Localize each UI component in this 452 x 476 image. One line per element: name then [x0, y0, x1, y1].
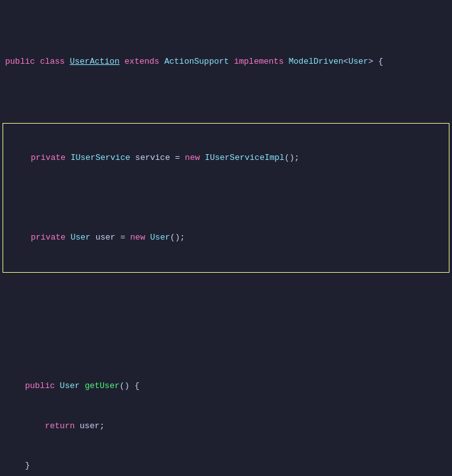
line-8: return user;	[0, 420, 452, 433]
line-7: public User getUser() {	[0, 380, 452, 393]
code-editor: public class UserAction extends ActionSu…	[0, 0, 452, 476]
highlight-box-fields: private IUserService service = new IUser…	[3, 123, 449, 273]
line-1: public class UserAction extends ActionSu…	[0, 55, 452, 69]
line-3: private IUserService service = new IUser…	[6, 152, 446, 165]
line-5: private User user = new User();	[6, 231, 446, 245]
line-9: }	[0, 459, 452, 473]
line-4-blank	[6, 191, 446, 205]
line-blank-a	[0, 314, 452, 327]
